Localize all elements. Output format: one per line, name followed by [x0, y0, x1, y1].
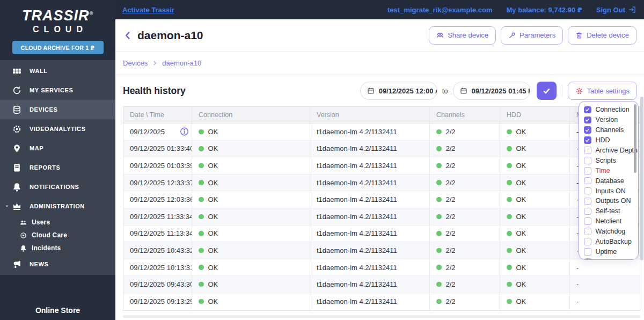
checkbox[interactable] [584, 238, 591, 245]
status-dot-green [199, 214, 204, 220]
connection-cell-value: OK [208, 213, 218, 221]
table-settings-button[interactable]: Table settings [568, 82, 638, 100]
option-version[interactable]: Version [584, 115, 638, 125]
connection-cell-value: OK [208, 162, 218, 170]
connection-cell: OK [192, 226, 310, 242]
checkbox[interactable] [584, 217, 591, 225]
date-range-filters: 09/12/2025 12:00 AM to 09/12/2025 01:45 … [360, 82, 637, 100]
online-store-link[interactable]: Online Store [0, 306, 115, 315]
option-scripts[interactable]: Scripts [584, 155, 638, 165]
status-dot-green [436, 129, 442, 135]
date-from-input[interactable]: 09/12/2025 12:00 AM [360, 82, 437, 100]
date-to-input[interactable]: 09/12/2025 01:45 PM [453, 82, 530, 100]
checkbox-checked[interactable] [584, 126, 591, 134]
option-channels[interactable]: Channels [584, 125, 638, 135]
checkbox-checked[interactable] [584, 106, 591, 114]
map-icon [12, 144, 21, 153]
modules-cell: - [570, 276, 641, 293]
sidebar-item-wall[interactable]: WALL [0, 61, 115, 81]
back-button[interactable] [123, 31, 133, 40]
apply-date-range-button[interactable] [537, 82, 557, 100]
option-label: Uptime [596, 248, 617, 256]
datetime-value: 09/12/2025 01:03:39 [130, 162, 192, 170]
sign-out-link[interactable]: Sign Out [596, 6, 636, 14]
sidebar-item-reports[interactable]: REPORTS [0, 158, 115, 177]
date-from-value: 09/12/2025 12:00 AM [379, 87, 437, 95]
checkbox[interactable] [584, 177, 591, 185]
datetime-cell: 09/12/2025 [123, 123, 192, 140]
checkbox[interactable] [584, 187, 591, 195]
sidebar-item-incidents[interactable]: Incidents [0, 242, 115, 254]
checkbox-checked[interactable] [584, 117, 591, 124]
balance-link[interactable]: My balance: 9,742.90 ₽ [507, 6, 582, 14]
option-connection[interactable]: Connection [584, 105, 638, 115]
share-device-button[interactable]: Share device [429, 26, 496, 45]
channels-cell-value: 2/2 [446, 297, 456, 306]
hdd-cell: OK [500, 293, 570, 310]
main-content: daemon-a10 Share device Parameters Delet… [115, 19, 644, 320]
option-self-test[interactable]: Self-test [584, 206, 638, 216]
checkbox[interactable] [584, 248, 591, 256]
channels-cell: 2/2 [430, 259, 500, 276]
devices-icon [12, 105, 21, 114]
hdd-cell-value: OK [516, 179, 526, 187]
sidebar-item-administration[interactable]: ADMINISTRATION [0, 197, 115, 216]
version-cell: t1daemon-lm 4.2/1132411 [310, 123, 430, 140]
sidebar-item-news[interactable]: NEWS [0, 254, 115, 274]
checkbox[interactable] [584, 228, 591, 235]
sidebar-item-users[interactable]: Users [0, 216, 115, 229]
checkbox[interactable] [584, 157, 591, 164]
sidebar-item-notifications[interactable]: NOTIFICATIONS [0, 177, 115, 197]
connection-cell-value: OK [208, 128, 218, 136]
checkbox[interactable] [584, 147, 591, 154]
calendar-icon [460, 87, 467, 94]
parameters-button[interactable]: Parameters [501, 26, 563, 45]
option-outputs-on[interactable]: Outputs ON [584, 196, 638, 206]
option-grabber-pack[interactable]: Grabber Pack [584, 257, 638, 260]
connection-cell-value: OK [208, 246, 218, 254]
option-database[interactable]: Database [584, 176, 638, 186]
status-dot-green [507, 248, 512, 253]
sidebar-item-devices[interactable]: DEVICES [0, 100, 115, 119]
horizontal-scrollbar[interactable] [123, 315, 640, 318]
sidebar-item-my-services[interactable]: MY SERVICES [0, 81, 115, 100]
channels-cell: 2/2 [430, 191, 500, 208]
trassir-cloud-logo[interactable]: TRASSIR® CLOUD [0, 9, 115, 34]
option-uptime[interactable]: Uptime [584, 246, 638, 257]
option-inputs-on[interactable]: Inputs ON [584, 186, 638, 196]
option-hdd[interactable]: HDD [584, 135, 638, 146]
delete-device-button[interactable]: Delete device [568, 26, 636, 45]
sidebar-item-videoanalytics[interactable]: VIDEOANALYTICS [0, 119, 115, 139]
section-title: Health history [123, 85, 186, 97]
option-autobackup[interactable]: AutoBackup [584, 237, 638, 247]
option-time[interactable]: Time [584, 165, 638, 176]
caret-down-icon[interactable] [4, 203, 10, 209]
checkbox-checked[interactable] [584, 136, 591, 144]
checkbox[interactable] [584, 167, 591, 174]
channels-cell: 2/2 [430, 174, 500, 191]
wall-icon [12, 67, 21, 76]
info-icon[interactable] [180, 127, 189, 136]
activate-trassir-link[interactable]: Activate Trassir [122, 6, 174, 14]
breadcrumb-devices[interactable]: Devices [123, 59, 148, 67]
option-netclient[interactable]: Netclient [584, 216, 638, 227]
version-cell: t1daemon-lm 4.2/1132411 [310, 174, 430, 191]
checkbox[interactable] [584, 198, 591, 205]
option-archive-depth[interactable]: Archive Depth [584, 146, 638, 156]
sidebar-item-label: DEVICES [30, 106, 58, 113]
page-scrollbar[interactable] [640, 97, 643, 260]
account-email-link[interactable]: test_migrate_rik@example.com [387, 6, 493, 14]
sidebar-item-cloud-care[interactable]: Cloud Care [0, 229, 115, 242]
option-watchdog[interactable]: Watchdog [584, 227, 638, 237]
datetime-cell: 09/12/2025 12:03:36 [123, 191, 192, 208]
dropdown-scrollbar[interactable] [634, 104, 636, 173]
datetime-value: 09/12/2025 09:43:30 [130, 280, 192, 288]
channels-cell: 2/2 [430, 242, 500, 259]
channels-cell-value: 2/2 [446, 179, 456, 187]
cloud-archive-button[interactable]: CLOUD ARCHIVE FOR 1 ₽ [12, 41, 104, 54]
checkbox[interactable] [584, 258, 591, 260]
checkbox[interactable] [584, 208, 591, 215]
channels-cell: 2/2 [430, 293, 500, 310]
hdd-cell: OK [500, 174, 570, 191]
sidebar-item-map[interactable]: MAP [0, 139, 115, 158]
